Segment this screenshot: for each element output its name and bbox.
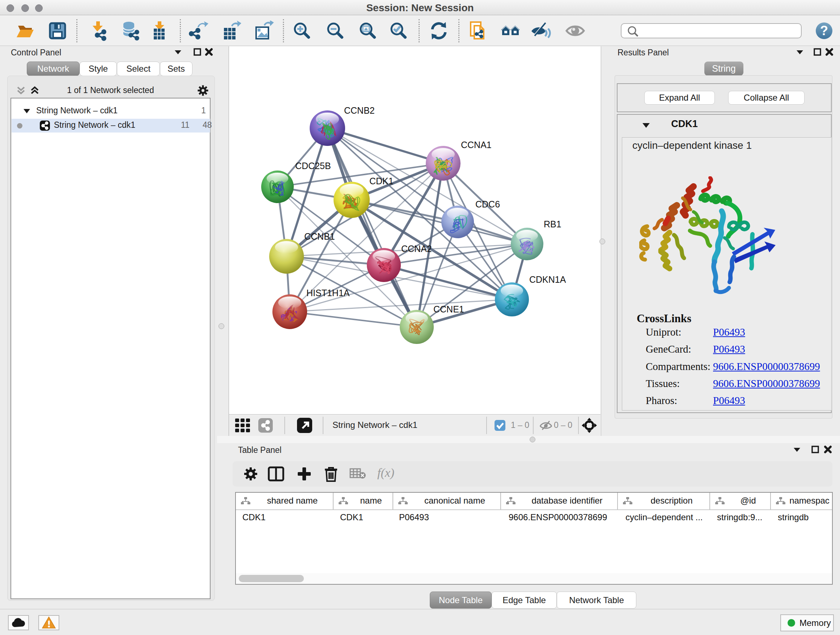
svg-text:CDC6: CDC6 xyxy=(475,199,500,209)
svg-text:CCNE1: CCNE1 xyxy=(433,304,464,314)
svg-text:CDK1: CDK1 xyxy=(369,176,393,186)
svg-text:CCNA1: CCNA1 xyxy=(461,140,492,150)
svg-text:RB1: RB1 xyxy=(544,219,561,229)
svg-text:HIST1H1A: HIST1H1A xyxy=(306,288,350,298)
svg-text:CDC25B: CDC25B xyxy=(295,161,331,171)
svg-text:?: ? xyxy=(820,23,828,38)
svg-text:CCNB2: CCNB2 xyxy=(344,105,375,116)
svg-text:CCNB1: CCNB1 xyxy=(304,231,335,241)
svg-text:CDKN1A: CDKN1A xyxy=(529,274,566,285)
svg-text:CCNA2: CCNA2 xyxy=(401,244,432,254)
